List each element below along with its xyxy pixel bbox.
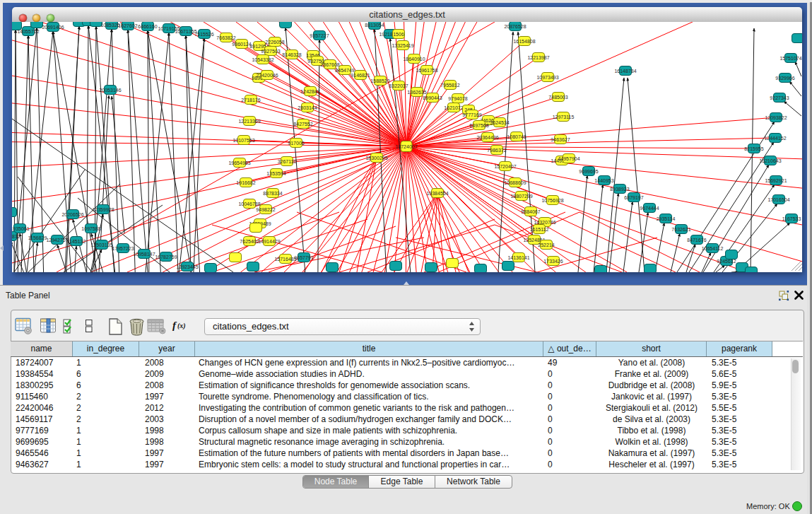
svg-text:9657791: 9657791 (294, 255, 313, 260)
svg-text:20053146: 20053146 (99, 88, 121, 93)
svg-text:3267110: 3267110 (278, 159, 297, 164)
svg-text:9860124: 9860124 (232, 42, 251, 47)
svg-text:9357227: 9357227 (310, 33, 329, 38)
svg-text:1242848: 1242848 (300, 89, 319, 94)
svg-text:8146328: 8146328 (282, 52, 301, 57)
svg-text:14320746: 14320746 (534, 220, 555, 225)
svg-text:1156829: 1156829 (28, 235, 47, 240)
svg-text:9146821: 9146821 (351, 73, 370, 78)
svg-text:2367608: 2367608 (320, 62, 339, 67)
svg-text:1733426: 1733426 (543, 259, 563, 264)
svg-text:18300295: 18300295 (365, 156, 387, 160)
svg-text:18640910: 18640910 (403, 57, 425, 62)
svg-text:2803144: 2803144 (298, 105, 317, 110)
svg-text:12093822: 12093822 (765, 115, 787, 120)
svg-text:8990443: 8990443 (423, 95, 442, 100)
svg-text:6879197: 6879197 (624, 195, 643, 200)
svg-text:44957904: 44957904 (558, 156, 579, 161)
svg-text:14136141: 14136141 (507, 255, 529, 260)
svg-text:14914479: 14914479 (258, 239, 280, 244)
svg-text:12923445: 12923445 (176, 264, 198, 269)
svg-text:20691406: 20691406 (42, 25, 64, 30)
svg-text:8322037: 8322037 (389, 83, 408, 88)
svg-text:1440953: 1440953 (594, 178, 613, 183)
svg-text:9227343: 9227343 (770, 95, 789, 100)
svg-text:16154808: 16154808 (513, 39, 535, 44)
svg-text:7632621: 7632621 (671, 227, 690, 232)
svg-text:12444152: 12444152 (764, 136, 786, 141)
svg-text:18807299: 18807299 (510, 194, 532, 199)
svg-text:10107553: 10107553 (233, 138, 254, 143)
svg-text:3915872: 3915872 (12, 234, 20, 239)
svg-text:2718176: 2718176 (241, 98, 260, 103)
svg-text:6497568: 6497568 (469, 123, 488, 128)
svg-text:9699695: 9699695 (579, 169, 598, 174)
svg-text:8938923: 8938923 (610, 187, 629, 192)
svg-text:6466160: 6466160 (138, 24, 157, 29)
svg-text:1080748: 1080748 (507, 134, 526, 139)
svg-text:15716485: 15716485 (274, 257, 296, 262)
svg-text:252214: 252214 (538, 243, 554, 247)
svg-text:9463627: 9463627 (551, 137, 570, 142)
svg-text:17016504: 17016504 (767, 197, 789, 202)
svg-text:1621072: 1621072 (444, 105, 463, 110)
svg-text:12503135: 12503135 (90, 243, 112, 247)
svg-text:1097588: 1097588 (81, 226, 100, 231)
svg-text:1935061: 1935061 (12, 226, 30, 231)
svg-text:1588520: 1588520 (370, 78, 389, 83)
svg-text:10671355: 10671355 (175, 29, 196, 34)
svg-text:20206526: 20206526 (61, 212, 83, 217)
svg-text:8878334: 8878334 (263, 191, 282, 196)
svg-text:13325419: 13325419 (392, 43, 413, 48)
svg-text:15692921: 15692921 (765, 178, 787, 183)
svg-text:9329966: 9329966 (775, 76, 794, 81)
svg-text:20876528: 20876528 (504, 24, 526, 29)
svg-text:10654112: 10654112 (702, 246, 724, 251)
svg-text:9498222: 9498222 (256, 207, 275, 212)
svg-text:8427552: 8427552 (293, 122, 312, 127)
svg-text:19654983: 19654983 (228, 160, 250, 165)
svg-text:(x): (x) (177, 322, 186, 330)
svg-text:9674444: 9674444 (640, 206, 659, 211)
svg-text:7663822: 7663822 (216, 35, 235, 40)
svg-text:16961758: 16961758 (416, 68, 437, 73)
svg-text:8471676: 8471676 (687, 238, 706, 243)
svg-text:1615112: 1615112 (530, 227, 549, 232)
svg-text:17957223: 17957223 (112, 246, 134, 251)
svg-text:1362635: 1362635 (407, 90, 426, 95)
svg-text:16210643: 16210643 (759, 158, 781, 163)
svg-text:15720407: 15720407 (494, 164, 516, 169)
svg-text:10046788: 10046788 (238, 201, 260, 206)
svg-text:7955812: 7955812 (440, 83, 459, 88)
svg-text:7986372: 7986372 (487, 148, 506, 153)
svg-text:9884067: 9884067 (521, 209, 540, 214)
svg-text:8813054: 8813054 (365, 23, 384, 28)
svg-text:19384554: 19384554 (426, 191, 448, 196)
svg-text:18724007: 18724007 (395, 144, 417, 149)
svg-text:8215955: 8215955 (744, 146, 763, 151)
svg-text:10756928: 10756928 (541, 198, 563, 203)
svg-text:15751074: 15751074 (779, 56, 801, 61)
svg-text:7485003: 7485003 (548, 95, 567, 100)
svg-text:7625402: 7625402 (240, 239, 259, 244)
svg-text:2935114: 2935114 (657, 216, 676, 221)
svg-text:10958147: 10958147 (133, 252, 155, 257)
svg-text:2226058: 2226058 (265, 40, 284, 45)
svg-text:3624534: 3624534 (490, 120, 509, 125)
svg-text:14055712: 14055712 (17, 29, 39, 34)
svg-text:f: f (172, 320, 177, 331)
svg-text:12942757: 12942757 (46, 238, 68, 243)
svg-text:10688609: 10688609 (504, 180, 526, 185)
svg-text:12213369: 12213369 (238, 119, 260, 124)
svg-text:1353594: 1353594 (266, 171, 286, 176)
svg-text:7515526: 7515526 (194, 32, 213, 37)
svg-text:12359928: 12359928 (92, 207, 114, 212)
svg-text:1145132: 1145132 (67, 239, 86, 244)
svg-text:1167533: 1167533 (782, 216, 801, 221)
svg-text:8454749: 8454749 (335, 68, 354, 73)
svg-text:1527602: 1527602 (118, 23, 137, 28)
svg-text:12973115: 12973115 (553, 115, 575, 119)
svg-text:23420046: 23420046 (256, 73, 278, 78)
svg-text:9794078: 9794078 (448, 96, 467, 101)
svg-text:1506: 1506 (393, 32, 404, 37)
